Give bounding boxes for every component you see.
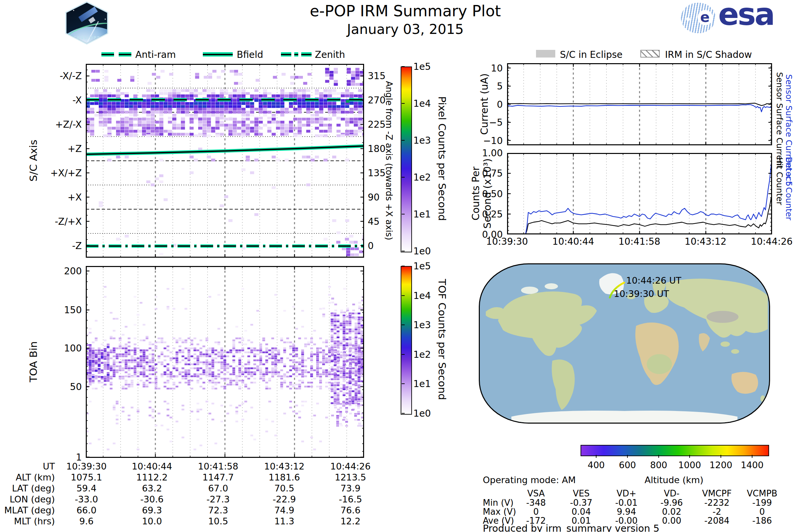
pixel-colorbar-tick: 1e0: [413, 246, 431, 257]
tof-colorbar-tick: 1e1: [413, 378, 431, 390]
ephemeris-value: 10:43:12: [264, 461, 304, 472]
toa-bin-heatmap-panel: [86, 266, 364, 458]
tick-mark: [402, 103, 405, 104]
sc-axis-row-label: +Z: [68, 143, 82, 154]
satellite-body: [89, 17, 95, 23]
world-map: [479, 263, 770, 424]
ephemeris-value: 10:41:58: [198, 461, 238, 472]
counts-tick-label: 0.50: [482, 188, 503, 199]
tick-mark: [752, 455, 753, 458]
pixel-colorbar-label: Pixel Counts per Second: [436, 96, 448, 221]
sc-axis-row-label: -X: [73, 95, 82, 106]
continent-asia: [666, 279, 768, 338]
operating-mode-label: Operating mode: AM: [483, 475, 576, 485]
arctic-islands: [521, 287, 538, 294]
world-map-svg: [480, 264, 769, 423]
sc-axis-row-label: -X/-Z: [59, 71, 82, 81]
voltage-value: -2232: [704, 498, 729, 508]
current-tick-label: 5: [497, 81, 503, 92]
altitude-bar-label: Altitude (km): [644, 475, 703, 485]
tick-mark: [402, 177, 405, 177]
time-tick-label: 10:39:30: [486, 236, 528, 247]
time-tick-label: 10:41:58: [619, 236, 660, 247]
pixel-colorbar-tick: 1e2: [413, 172, 431, 183]
ephemeris-value: 9.6: [79, 516, 94, 526]
continent-north-america: [498, 291, 597, 356]
ephemeris-row-label: MLT (hrs): [14, 516, 55, 526]
tof-colorbar-label: TOF Counts per Second: [436, 279, 448, 400]
tof-colorbar-tick: 1e2: [413, 349, 431, 360]
ephemeris-value: -22.9: [273, 494, 296, 505]
altitude-tick-label: 600: [619, 460, 636, 470]
tick-mark: [658, 455, 659, 458]
legend-zenith-label: Zenith: [315, 49, 345, 60]
voltage-value: -199: [752, 498, 772, 508]
anti-ram-line-sample: [101, 52, 132, 57]
angle-tick-label: 90: [368, 191, 380, 203]
voltage-value: 0.00: [662, 516, 681, 526]
voltage-row-label: Min (V): [483, 498, 513, 508]
ephemeris-value: 10:44:26: [330, 461, 370, 472]
toa-tick-label: 50: [70, 381, 82, 392]
bfield-line-sample: [203, 52, 233, 57]
current-tick-label: 0: [497, 99, 503, 110]
voltage-value: -0.37: [570, 498, 592, 508]
ephemeris-value: -16.5: [339, 494, 362, 505]
esa-logo-e: e: [699, 11, 711, 24]
sc-axis-row-label: -Z: [72, 240, 82, 251]
tick-mark: [402, 251, 405, 251]
voltage-column-header: VES: [573, 489, 590, 498]
voltage-row-label: Ave (V): [483, 516, 514, 526]
voltage-value: -172: [526, 516, 546, 526]
ephemeris-value: 76.6: [341, 505, 360, 515]
time-tick-label: 10:44:26: [751, 236, 793, 247]
toa-tick-label: 100: [64, 342, 82, 354]
ephemeris-value: 73.9: [341, 483, 360, 493]
ephemeris-value: 69.3: [142, 505, 162, 515]
tof-colorbar-tick: 1e3: [413, 320, 431, 330]
sensor-surface-current-label: Sensor Surface Current: [775, 72, 784, 169]
tick-mark: [402, 324, 405, 325]
ephemeris-value: 1181.6: [269, 472, 300, 482]
current-tick-label: −5: [489, 117, 503, 128]
ephemeris-row-label: MLAT (deg): [4, 505, 55, 515]
ephemeris-value: 11.3: [274, 516, 294, 526]
esa-logo-globe: e: [681, 3, 716, 33]
sc-axis-heatmap-panel: [86, 64, 364, 258]
track-start-time-label: 10:39:30 UT: [614, 289, 669, 299]
badge-label: CASSIOPE: [63, 36, 110, 40]
voltage-row-label: Max (V): [483, 507, 516, 517]
ephemeris-value: 74.9: [274, 505, 294, 515]
angle-tick-label: 225: [368, 119, 385, 130]
voltage-value: -2: [712, 507, 721, 517]
time-tick-label: 10:40:44: [552, 236, 594, 247]
pixel-colorbar-tick: 1e4: [413, 98, 431, 109]
ephemeris-value: 67.0: [208, 483, 228, 493]
counts-tick-label: 0.25: [482, 208, 503, 220]
angle-tick-label: 180: [368, 143, 385, 154]
figure-root: CASSIOPE e-POP IRM Summary Plot January …: [0, 0, 798, 532]
counts-tick-label: 1.00: [482, 148, 503, 158]
altitude-tick-label: 1400: [741, 460, 764, 470]
legend-bfield-label: Bfield: [237, 49, 263, 60]
tick-mark: [402, 413, 405, 414]
altitude-tick-label: 1200: [709, 460, 733, 470]
cassiope-mission-patch: CASSIOPE: [62, 1, 112, 44]
continent-antarctica: [511, 411, 738, 423]
altitude-colorbar: [581, 445, 769, 456]
ephemeris-value: 1112.2: [136, 472, 168, 482]
voltage-value: -348: [526, 498, 546, 508]
esa-logo-text: esa: [718, 0, 774, 32]
ephemeris-value: -33.0: [75, 494, 98, 505]
sc-axis-row-label: +Z/-X: [55, 119, 82, 130]
altitude-tick-label: 800: [650, 460, 667, 470]
voltage-value: 0.01: [572, 516, 591, 526]
central-africa: [647, 354, 672, 374]
ephemeris-value: 10:39:30: [66, 461, 107, 472]
india: [699, 333, 710, 352]
ephemeris-value: 63.2: [142, 483, 162, 493]
voltage-value: 9.94: [617, 507, 636, 517]
legend-anti-ram-label: Anti-ram: [135, 49, 176, 60]
angle-axis-label: Angle from -Z axis (towards +X axis): [384, 81, 394, 241]
ephemeris-value: 70.5: [274, 483, 294, 493]
